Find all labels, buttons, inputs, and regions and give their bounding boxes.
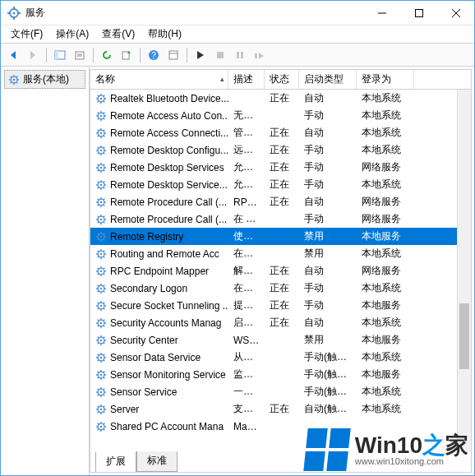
service-row[interactable]: Remote Registry使远...禁用本地服务 xyxy=(90,228,471,245)
properties-button[interactable] xyxy=(71,46,89,64)
service-row[interactable]: Secondary Logon在不...正在手动本地系统 xyxy=(90,280,471,297)
service-row[interactable]: Sensor Service一项...手动(触发...本地系统 xyxy=(90,383,471,400)
cell-description: 无论... xyxy=(228,109,265,122)
tab-extended[interactable]: 扩展 xyxy=(95,451,136,473)
service-row[interactable]: Sensor Data Service从各...手动(触发...本地系统 xyxy=(90,349,471,366)
stop-service-button[interactable] xyxy=(211,46,229,64)
refresh-button[interactable] xyxy=(98,46,116,64)
service-row[interactable]: Realtek Bluetooth Device...正在自动本地系统 xyxy=(90,90,471,107)
restart-service-button[interactable] xyxy=(251,46,269,64)
svg-line-83 xyxy=(98,169,99,171)
cell-description: 允许... xyxy=(228,178,265,192)
back-button[interactable] xyxy=(4,46,22,64)
service-row[interactable]: Secure Socket Tunneling ...提供...正在手动本地服务 xyxy=(90,297,471,314)
service-gear-icon xyxy=(95,145,107,156)
service-name-link[interactable]: Shared PC Account Mana xyxy=(110,421,224,432)
svg-line-162 xyxy=(104,302,105,303)
service-name-link[interactable]: Routing and Remote Acc xyxy=(110,248,219,260)
service-row[interactable]: Routing and Remote Acc在局...禁用本地系统 xyxy=(90,245,471,262)
service-name-link[interactable]: Remote Procedure Call (... xyxy=(110,214,227,225)
service-name-link[interactable]: Remote Access Auto Con... xyxy=(110,110,228,122)
cell-name: Security Accounts Manag xyxy=(90,317,228,329)
service-name-link[interactable]: Remote Desktop Configu... xyxy=(110,145,228,156)
service-gear-icon xyxy=(95,300,107,312)
service-row[interactable]: Remote Access Auto Con...无论...手动本地系统 xyxy=(90,107,471,124)
cell-name: Secondary Logon xyxy=(90,283,228,294)
help-button[interactable]: ? xyxy=(145,46,163,64)
cell-startup-type: 自动 xyxy=(299,195,357,209)
service-name-link[interactable]: Sensor Service xyxy=(110,386,177,398)
service-name-link[interactable]: Server xyxy=(110,404,139,415)
vertical-scrollbar[interactable] xyxy=(457,90,471,452)
cell-description: 允许... xyxy=(228,160,265,174)
svg-line-221 xyxy=(104,411,105,413)
service-gear-icon xyxy=(95,317,107,329)
service-name-link[interactable]: Secure Socket Tunneling ... xyxy=(110,300,228,312)
service-row[interactable]: Remote Access Connecti...管理...正在自动本地系统 xyxy=(90,124,471,141)
service-row[interactable]: Remote Desktop Service...允许...正在手动本地系统 xyxy=(90,176,471,193)
cell-logon-as: 本地服务 xyxy=(357,333,414,347)
service-name-link[interactable]: Secondary Logon xyxy=(110,283,187,294)
svg-point-195 xyxy=(100,373,103,376)
column-startup-type[interactable]: 启动类型 xyxy=(299,70,357,89)
service-name-link[interactable]: Remote Access Connecti... xyxy=(110,127,228,139)
service-row[interactable]: Security CenterWSC...禁用本地服务 xyxy=(90,331,471,349)
service-name-link[interactable]: RPC Endpoint Mapper xyxy=(110,266,209,277)
column-logon-as[interactable]: 登录为 xyxy=(357,70,414,89)
cell-startup-type: 手动(触发... xyxy=(299,385,357,399)
service-name-link[interactable]: Sensor Monitoring Service xyxy=(110,369,226,381)
tab-standard[interactable]: 标准 xyxy=(136,451,178,472)
service-row[interactable]: Remote Desktop Configu...远程...正在手动本地系统 xyxy=(90,141,471,159)
svg-line-80 xyxy=(98,164,99,165)
svg-point-145 xyxy=(100,287,103,289)
service-gear-icon xyxy=(95,248,107,260)
column-status[interactable]: 状态 xyxy=(265,70,299,89)
svg-line-203 xyxy=(98,377,99,378)
service-name-link[interactable]: Remote Desktop Service... xyxy=(110,179,228,191)
view-details-button[interactable] xyxy=(164,46,182,64)
menu-help[interactable]: 帮助(H) xyxy=(141,25,188,43)
minimize-button[interactable] xyxy=(363,1,400,25)
cell-description: 监视... xyxy=(228,367,265,381)
service-gear-icon xyxy=(95,369,107,381)
service-gear-icon xyxy=(95,179,107,191)
service-row[interactable]: Sensor Monitoring Service监视...手动(触发...本地… xyxy=(90,366,471,383)
column-description[interactable]: 描述 xyxy=(228,70,265,89)
svg-line-161 xyxy=(104,307,105,309)
nav-services-local[interactable]: 服务(本地) xyxy=(4,70,85,89)
menu-view[interactable]: 查看(V) xyxy=(95,25,141,43)
service-name-link[interactable]: Remote Procedure Call (... xyxy=(110,196,227,208)
service-row[interactable]: Remote Procedure Call (...RPC...正在自动网络服务 xyxy=(90,193,471,210)
column-name[interactable]: 名称 ▴ xyxy=(90,70,228,89)
menu-file[interactable]: 文件(F) xyxy=(4,25,49,43)
svg-line-92 xyxy=(104,181,105,183)
svg-line-222 xyxy=(104,405,105,407)
service-name-link[interactable]: Sensor Data Service xyxy=(110,352,201,363)
cell-status: 正在 xyxy=(265,178,299,192)
svg-rect-22 xyxy=(241,52,243,58)
service-name-link[interactable]: Realtek Bluetooth Device... xyxy=(110,93,228,104)
service-name-link[interactable]: Security Accounts Manag xyxy=(110,317,221,329)
service-row[interactable]: Remote Desktop Services允许...正在手动网络服务 xyxy=(90,159,471,176)
service-row[interactable]: RPC Endpoint Mapper解析...正在自动网络服务 xyxy=(90,262,471,280)
svg-line-51 xyxy=(104,118,105,119)
service-row[interactable]: Security Accounts Manag启动...正在自动本地系统 xyxy=(90,314,471,331)
show-hide-tree-button[interactable] xyxy=(51,46,69,64)
service-row[interactable]: Shared PC Account ManaMan... xyxy=(90,418,471,435)
export-button[interactable] xyxy=(118,46,136,64)
start-service-button[interactable] xyxy=(191,46,210,64)
service-name-link[interactable]: Remote Desktop Services xyxy=(110,162,224,173)
pause-service-button[interactable] xyxy=(231,46,249,64)
svg-point-155 xyxy=(100,304,103,307)
close-button[interactable] xyxy=(437,1,474,25)
service-name-link[interactable]: Remote Registry xyxy=(110,231,183,243)
service-name-link[interactable]: Security Center xyxy=(110,335,178,346)
service-row[interactable]: Server支持...正在自动(触发...本地系统 xyxy=(90,400,471,418)
scrollbar-thumb[interactable] xyxy=(459,303,469,369)
maximize-button[interactable] xyxy=(400,1,437,25)
cell-status: 正在 xyxy=(265,281,299,295)
menu-action[interactable]: 操作(A) xyxy=(49,25,95,43)
forward-button[interactable] xyxy=(24,46,42,64)
service-row[interactable]: Remote Procedure Call (...在 W...手动网络服务 xyxy=(90,210,471,228)
content-pane: 名称 ▴ 描述 状态 启动类型 登录为 Realtek Bluetooth De… xyxy=(90,69,472,473)
